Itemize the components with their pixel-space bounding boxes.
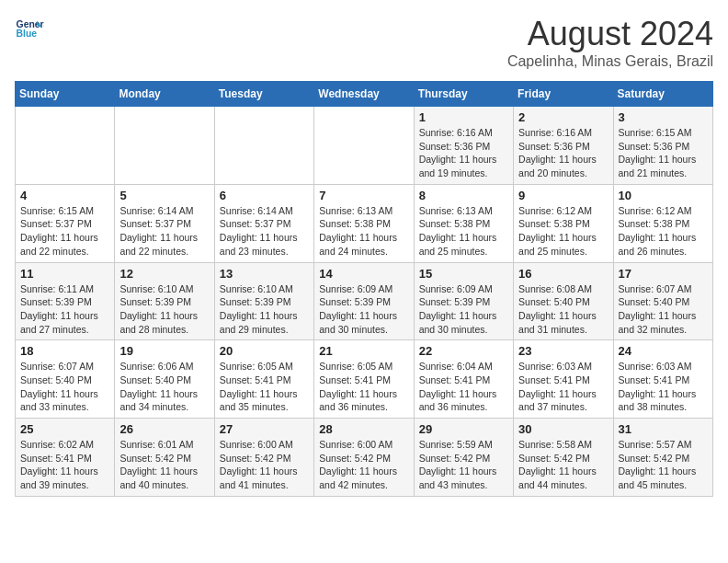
day-number: 22	[419, 344, 508, 358]
day-info: Sunrise: 6:09 AM Sunset: 5:39 PM Dayligh…	[319, 282, 408, 337]
table-row: 15Sunrise: 6:09 AM Sunset: 5:39 PM Dayli…	[414, 262, 513, 340]
day-info: Sunrise: 6:10 AM Sunset: 5:39 PM Dayligh…	[119, 282, 209, 337]
day-number: 13	[220, 267, 309, 281]
table-row: 29Sunrise: 5:59 AM Sunset: 5:42 PM Dayli…	[414, 419, 513, 497]
day-info: Sunrise: 6:06 AM Sunset: 5:40 PM Dayligh…	[119, 360, 209, 414]
table-row: 16Sunrise: 6:08 AM Sunset: 5:40 PM Dayli…	[514, 262, 613, 340]
col-sunday: Sunday	[16, 82, 115, 107]
day-info: Sunrise: 6:09 AM Sunset: 5:39 PM Dayligh…	[419, 282, 508, 337]
day-number: 3	[619, 110, 708, 124]
table-row: 9Sunrise: 6:12 AM Sunset: 5:38 PM Daylig…	[514, 184, 613, 262]
table-row: 21Sunrise: 6:05 AM Sunset: 5:41 PM Dayli…	[314, 340, 414, 419]
day-number: 14	[319, 267, 408, 281]
col-wednesday: Wednesday	[314, 82, 414, 107]
col-thursday: Thursday	[414, 82, 513, 107]
day-info: Sunrise: 6:02 AM Sunset: 5:41 PM Dayligh…	[20, 438, 109, 492]
table-row	[16, 107, 115, 185]
day-info: Sunrise: 6:05 AM Sunset: 5:41 PM Dayligh…	[319, 360, 408, 414]
day-info: Sunrise: 5:57 AM Sunset: 5:42 PM Dayligh…	[619, 438, 708, 492]
col-tuesday: Tuesday	[214, 82, 313, 107]
logo: General Blue	[15, 15, 44, 44]
table-row: 27Sunrise: 6:00 AM Sunset: 5:42 PM Dayli…	[214, 419, 313, 497]
table-row: 19Sunrise: 6:06 AM Sunset: 5:40 PM Dayli…	[115, 340, 214, 419]
day-number: 5	[119, 189, 209, 202]
table-row	[115, 107, 214, 185]
day-info: Sunrise: 6:07 AM Sunset: 5:40 PM Dayligh…	[619, 282, 708, 337]
col-friday: Friday	[514, 82, 613, 107]
day-number: 6	[220, 189, 309, 202]
day-info: Sunrise: 6:13 AM Sunset: 5:38 PM Dayligh…	[419, 204, 508, 259]
logo-icon: General Blue	[15, 15, 44, 44]
day-info: Sunrise: 6:14 AM Sunset: 5:37 PM Dayligh…	[220, 204, 309, 259]
day-number: 17	[619, 267, 708, 281]
calendar-week-row: 25Sunrise: 6:02 AM Sunset: 5:41 PM Dayli…	[16, 419, 713, 497]
day-info: Sunrise: 6:15 AM Sunset: 5:36 PM Dayligh…	[619, 126, 708, 180]
day-info: Sunrise: 6:13 AM Sunset: 5:38 PM Dayligh…	[319, 204, 408, 259]
day-number: 20	[220, 344, 309, 358]
table-row: 11Sunrise: 6:11 AM Sunset: 5:39 PM Dayli…	[16, 262, 115, 340]
day-number: 10	[619, 189, 708, 202]
table-row: 6Sunrise: 6:14 AM Sunset: 5:37 PM Daylig…	[214, 184, 313, 262]
table-row: 28Sunrise: 6:00 AM Sunset: 5:42 PM Dayli…	[314, 419, 414, 497]
table-row: 4Sunrise: 6:15 AM Sunset: 5:37 PM Daylig…	[16, 184, 115, 262]
table-row: 22Sunrise: 6:04 AM Sunset: 5:41 PM Dayli…	[414, 340, 513, 419]
day-info: Sunrise: 6:16 AM Sunset: 5:36 PM Dayligh…	[419, 126, 508, 180]
col-monday: Monday	[115, 82, 214, 107]
table-row: 2Sunrise: 6:16 AM Sunset: 5:36 PM Daylig…	[514, 107, 613, 185]
table-row: 10Sunrise: 6:12 AM Sunset: 5:38 PM Dayli…	[613, 184, 712, 262]
day-number: 2	[518, 110, 608, 124]
day-number: 23	[518, 344, 608, 358]
day-info: Sunrise: 6:12 AM Sunset: 5:38 PM Dayligh…	[518, 204, 608, 259]
day-number: 30	[518, 422, 608, 436]
table-row: 13Sunrise: 6:10 AM Sunset: 5:39 PM Dayli…	[214, 262, 313, 340]
calendar-week-row: 18Sunrise: 6:07 AM Sunset: 5:40 PM Dayli…	[16, 340, 713, 419]
table-row: 25Sunrise: 6:02 AM Sunset: 5:41 PM Dayli…	[16, 419, 115, 497]
table-row: 24Sunrise: 6:03 AM Sunset: 5:41 PM Dayli…	[613, 340, 712, 419]
day-number: 21	[319, 344, 408, 358]
table-row: 30Sunrise: 5:58 AM Sunset: 5:42 PM Dayli…	[514, 419, 613, 497]
day-number: 12	[119, 267, 209, 281]
day-info: Sunrise: 6:04 AM Sunset: 5:41 PM Dayligh…	[419, 360, 508, 414]
day-number: 29	[419, 422, 508, 436]
table-row: 12Sunrise: 6:10 AM Sunset: 5:39 PM Dayli…	[115, 262, 214, 340]
table-row: 7Sunrise: 6:13 AM Sunset: 5:38 PM Daylig…	[314, 184, 414, 262]
table-row: 14Sunrise: 6:09 AM Sunset: 5:39 PM Dayli…	[314, 262, 414, 340]
day-info: Sunrise: 5:59 AM Sunset: 5:42 PM Dayligh…	[419, 438, 508, 492]
calendar-body: 1Sunrise: 6:16 AM Sunset: 5:36 PM Daylig…	[16, 107, 713, 497]
page-header: General Blue August 2024 Capelinha, Mina…	[15, 15, 713, 70]
day-number: 24	[619, 344, 708, 358]
day-number: 19	[119, 344, 209, 358]
day-info: Sunrise: 6:00 AM Sunset: 5:42 PM Dayligh…	[220, 438, 309, 492]
calendar-table: Sunday Monday Tuesday Wednesday Thursday…	[15, 81, 713, 497]
calendar-title: August 2024	[507, 15, 713, 53]
svg-text:Blue: Blue	[17, 29, 38, 39]
table-row: 23Sunrise: 6:03 AM Sunset: 5:41 PM Dayli…	[514, 340, 613, 419]
table-row: 18Sunrise: 6:07 AM Sunset: 5:40 PM Dayli…	[16, 340, 115, 419]
title-section: August 2024 Capelinha, Minas Gerais, Bra…	[507, 15, 713, 70]
table-row: 5Sunrise: 6:14 AM Sunset: 5:37 PM Daylig…	[115, 184, 214, 262]
table-row: 3Sunrise: 6:15 AM Sunset: 5:36 PM Daylig…	[613, 107, 712, 185]
day-info: Sunrise: 6:01 AM Sunset: 5:42 PM Dayligh…	[119, 438, 209, 492]
day-info: Sunrise: 6:16 AM Sunset: 5:36 PM Dayligh…	[518, 126, 608, 180]
day-number: 27	[220, 422, 309, 436]
day-info: Sunrise: 6:12 AM Sunset: 5:38 PM Dayligh…	[619, 204, 708, 259]
calendar-subtitle: Capelinha, Minas Gerais, Brazil	[507, 53, 713, 70]
calendar-week-row: 4Sunrise: 6:15 AM Sunset: 5:37 PM Daylig…	[16, 184, 713, 262]
day-number: 4	[20, 189, 109, 202]
day-info: Sunrise: 6:08 AM Sunset: 5:40 PM Dayligh…	[518, 282, 608, 337]
day-number: 16	[518, 267, 608, 281]
day-info: Sunrise: 5:58 AM Sunset: 5:42 PM Dayligh…	[518, 438, 608, 492]
day-number: 25	[20, 422, 109, 436]
day-number: 7	[319, 189, 408, 202]
table-row: 17Sunrise: 6:07 AM Sunset: 5:40 PM Dayli…	[613, 262, 712, 340]
day-info: Sunrise: 6:11 AM Sunset: 5:39 PM Dayligh…	[20, 282, 109, 337]
table-row	[214, 107, 313, 185]
day-info: Sunrise: 6:10 AM Sunset: 5:39 PM Dayligh…	[220, 282, 309, 337]
table-row: 20Sunrise: 6:05 AM Sunset: 5:41 PM Dayli…	[214, 340, 313, 419]
day-info: Sunrise: 6:00 AM Sunset: 5:42 PM Dayligh…	[319, 438, 408, 492]
table-row: 1Sunrise: 6:16 AM Sunset: 5:36 PM Daylig…	[414, 107, 513, 185]
day-info: Sunrise: 6:03 AM Sunset: 5:41 PM Dayligh…	[518, 360, 608, 414]
table-row: 26Sunrise: 6:01 AM Sunset: 5:42 PM Dayli…	[115, 419, 214, 497]
day-number: 31	[619, 422, 708, 436]
day-info: Sunrise: 6:07 AM Sunset: 5:40 PM Dayligh…	[20, 360, 109, 414]
